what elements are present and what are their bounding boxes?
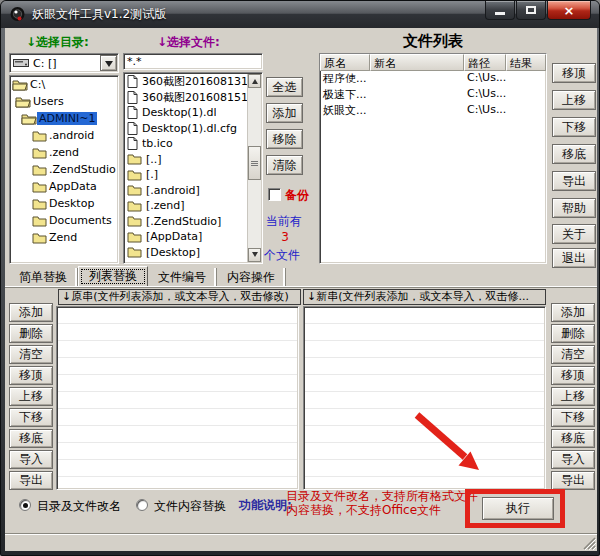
file-list-table[interactable]: 原名 新名 路径 结果 程序使... C:\Us... 极速下... C:\Us… — [319, 53, 547, 264]
drive-selector[interactable]: C: [] — [9, 53, 119, 73]
table-header[interactable]: 原名 新名 路径 结果 — [320, 54, 546, 71]
tab-list-replace[interactable]: 列表替换 — [78, 266, 148, 287]
drive-dropdown-button[interactable] — [100, 55, 117, 71]
dst-import-button[interactable]: 导入 — [551, 450, 595, 469]
folder-closed-icon — [127, 215, 142, 227]
folder-closed-icon — [127, 153, 142, 165]
tab-content-operation[interactable]: 内容操作 — [217, 268, 286, 287]
file-item[interactable]: [..] — [125, 152, 247, 168]
maximize-button[interactable] — [516, 1, 546, 20]
source-string-list[interactable] — [56, 306, 299, 490]
rename-mode-radio[interactable] — [19, 499, 31, 511]
tree-item[interactable]: Documents — [10, 212, 118, 229]
directory-tree[interactable]: C:\ Users ADMINI~1 .android .zend .ZendS… — [9, 75, 119, 264]
remove-files-button[interactable]: 移除 — [266, 129, 303, 149]
file-list-scrollbar[interactable] — [247, 74, 261, 262]
src-move-bottom-button[interactable]: 移底 — [9, 429, 53, 448]
move-bottom-button[interactable]: 移底 — [552, 144, 596, 164]
src-move-up-button[interactable]: 上移 — [9, 387, 53, 406]
scrollbar-thumb[interactable] — [248, 146, 261, 180]
table-row[interactable]: 妖眼文... C:\Us... — [320, 103, 546, 119]
rename-mode-label[interactable]: 目录及文件改名 — [37, 498, 121, 515]
select-all-button[interactable]: 全选 — [266, 77, 303, 97]
src-move-top-button[interactable]: 移顶 — [9, 366, 53, 385]
file-item[interactable]: tb.ico — [125, 136, 247, 152]
file-item[interactable]: [AppData] — [125, 229, 247, 245]
content-mode-label[interactable]: 文件内容替换 — [154, 498, 226, 515]
dst-delete-button[interactable]: 删除 — [551, 324, 595, 343]
file-item[interactable]: [.ZendStudio] — [125, 214, 247, 230]
clear-files-button[interactable]: 清除 — [266, 155, 303, 175]
file-item[interactable]: [Desktop] — [125, 245, 247, 261]
resize-grip-icon[interactable] — [583, 537, 596, 550]
src-export-button[interactable]: 导出 — [9, 471, 53, 490]
dst-move-bottom-button[interactable]: 移底 — [551, 429, 595, 448]
help-button[interactable]: 帮助 — [552, 198, 596, 218]
tree-item[interactable]: AppData — [10, 178, 118, 195]
file-item[interactable]: Desktop(1).dl — [125, 105, 247, 121]
move-up-button[interactable]: 上移 — [552, 90, 596, 110]
minimize-button[interactable] — [485, 1, 515, 20]
src-move-down-button[interactable]: 下移 — [9, 408, 53, 427]
src-delete-button[interactable]: 删除 — [9, 324, 53, 343]
tree-item[interactable]: C:\ — [10, 76, 118, 93]
folder-closed-icon — [127, 184, 142, 196]
tab-simple-replace[interactable]: 简单替换 — [9, 268, 78, 287]
file-icon — [127, 137, 138, 150]
col-path[interactable]: 路径 — [464, 54, 506, 71]
close-button[interactable]: × — [547, 1, 591, 20]
src-add-button[interactable]: 添加 — [9, 303, 53, 322]
src-clear-button[interactable]: 清空 — [9, 345, 53, 364]
col-original-name[interactable]: 原名 — [320, 54, 370, 71]
file-item[interactable]: [Documents] — [125, 260, 247, 262]
folder-closed-icon — [32, 164, 47, 176]
source-list-header: ↓原串(文件列表添加，或文本导入，双击修改) — [58, 289, 301, 305]
content-mode-radio[interactable] — [136, 499, 148, 511]
exit-button[interactable]: 退出 — [552, 248, 596, 268]
file-icon — [127, 91, 138, 104]
dst-clear-button[interactable]: 清空 — [551, 345, 595, 364]
col-result[interactable]: 结果 — [506, 54, 546, 71]
description-line2: 内容替换，不支持Office文件 — [286, 504, 478, 518]
move-top-button[interactable]: 移顶 — [552, 63, 596, 83]
file-item[interactable]: 360截图2016081316 — [125, 74, 247, 90]
col-new-name[interactable]: 新名 — [370, 54, 464, 71]
file-item[interactable]: [.android] — [125, 183, 247, 199]
file-item[interactable]: [.zend] — [125, 198, 247, 214]
tree-item[interactable]: .android — [10, 127, 118, 144]
file-item[interactable]: [.] — [125, 167, 247, 183]
about-button[interactable]: 关于 — [552, 224, 596, 244]
folder-closed-icon — [127, 200, 142, 212]
target-string-list[interactable] — [303, 306, 546, 490]
tree-item[interactable]: Desktop — [10, 195, 118, 212]
dst-move-down-button[interactable]: 下移 — [551, 408, 595, 427]
highlight-rectangle-annotation — [465, 489, 565, 528]
folder-closed-icon — [32, 215, 47, 227]
file-item[interactable]: Desktop(1).dl.cfg — [125, 121, 247, 137]
folder-open-icon — [21, 113, 37, 125]
file-count-value: 3 — [266, 230, 304, 244]
dst-move-up-button[interactable]: 上移 — [551, 387, 595, 406]
table-row[interactable]: 程序使... C:\Us... — [320, 71, 546, 87]
export-button[interactable]: 导出 — [552, 171, 596, 191]
tree-item[interactable]: Users — [10, 93, 118, 110]
table-row[interactable]: 极速下... C:\Us... — [320, 87, 546, 103]
folder-closed-icon — [32, 147, 47, 159]
dst-move-top-button[interactable]: 移顶 — [551, 366, 595, 385]
scroll-down-button[interactable] — [248, 248, 261, 262]
tree-item[interactable]: Zend — [10, 229, 118, 246]
src-import-button[interactable]: 导入 — [9, 450, 53, 469]
tree-item[interactable]: .ZendStudio — [10, 161, 118, 178]
file-item[interactable]: 360截图2016081514 — [125, 90, 247, 106]
move-down-button[interactable]: 下移 — [552, 117, 596, 137]
dst-add-button[interactable]: 添加 — [551, 303, 595, 322]
tree-item[interactable]: .zend — [10, 144, 118, 161]
file-listbox[interactable]: 360截图2016081316 360截图2016081514 Desktop(… — [123, 72, 263, 264]
tab-file-numbering[interactable]: 文件编号 — [148, 268, 217, 287]
backup-checkbox[interactable] — [268, 188, 281, 201]
add-files-button[interactable]: 添加 — [266, 103, 303, 123]
scroll-up-button[interactable] — [248, 74, 261, 88]
dst-export-button[interactable]: 导出 — [551, 471, 595, 490]
file-filter-input[interactable]: *.* — [123, 53, 263, 70]
tree-item-selected[interactable]: ADMINI~1 — [10, 110, 118, 127]
